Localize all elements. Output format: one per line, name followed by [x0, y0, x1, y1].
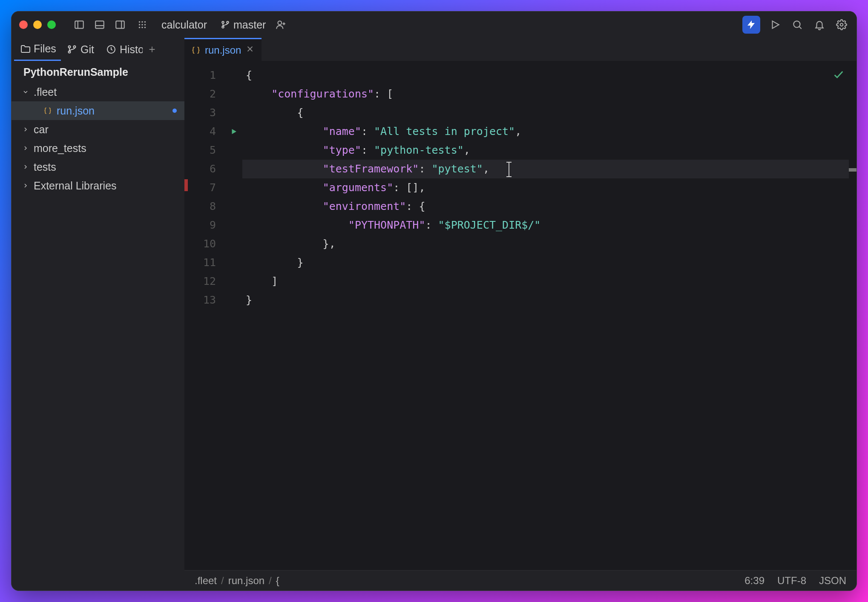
- settings-button[interactable]: [834, 17, 849, 32]
- svg-point-25: [69, 46, 71, 48]
- branch-selector[interactable]: master: [221, 19, 266, 31]
- folder-icon: [20, 44, 30, 54]
- sidebar-tab-files[interactable]: Files: [14, 38, 61, 61]
- svg-point-7: [141, 21, 143, 23]
- svg-rect-4: [116, 21, 124, 28]
- plus-icon: [147, 45, 157, 54]
- svg-point-13: [141, 27, 143, 28]
- project-root[interactable]: PythonRerunSample: [11, 61, 184, 83]
- run-button[interactable]: [768, 17, 782, 32]
- chevron-right-icon: [22, 182, 29, 189]
- chevron-down-icon: [22, 89, 29, 95]
- svg-point-17: [227, 21, 229, 23]
- tree-item-car[interactable]: car: [11, 120, 184, 139]
- braces-icon: [43, 106, 52, 115]
- svg-point-18: [278, 21, 282, 25]
- minimap[interactable]: [849, 61, 857, 570]
- left-panel-toggle[interactable]: [72, 17, 86, 32]
- minimize-window-button[interactable]: [33, 20, 42, 29]
- titlebar: calculator master: [11, 11, 857, 38]
- svg-rect-0: [75, 21, 83, 28]
- editor-tabs: run.json: [184, 38, 857, 61]
- sidebar-tab-history[interactable]: History: [100, 38, 143, 61]
- svg-point-15: [222, 21, 224, 23]
- svg-point-9: [139, 24, 140, 25]
- ai-assistant-button[interactable]: [742, 16, 760, 34]
- code-editor[interactable]: 12345678910111213 { "configurations": [ …: [184, 61, 857, 570]
- breadcrumb[interactable]: .fleet/run.json/{: [195, 575, 279, 587]
- maximize-window-button[interactable]: [47, 20, 56, 29]
- svg-point-11: [144, 24, 146, 25]
- svg-rect-2: [95, 21, 104, 28]
- tree-item-tests[interactable]: tests: [11, 158, 184, 176]
- close-icon: [245, 44, 255, 54]
- search-icon: [792, 19, 803, 30]
- search-button[interactable]: [790, 17, 805, 32]
- minimap-marker: [849, 168, 857, 172]
- bottom-panel-toggle[interactable]: [92, 17, 107, 32]
- svg-point-8: [144, 21, 146, 23]
- branch-name: master: [233, 19, 266, 31]
- line-gutter: 12345678910111213: [184, 61, 225, 570]
- svg-point-6: [139, 21, 140, 23]
- file-tree: .fleetrun.jsoncarmore_teststestsExternal…: [11, 83, 184, 570]
- sidebar-tab-git[interactable]: Git: [61, 38, 100, 61]
- svg-point-14: [144, 27, 146, 28]
- statusbar: .fleet/run.json/{ 6:39 UTF-8 JSON: [184, 570, 857, 591]
- close-window-button[interactable]: [19, 20, 28, 29]
- panel-toggles: [72, 17, 127, 32]
- tree-item-more_tests[interactable]: more_tests: [11, 139, 184, 158]
- braces-icon: [191, 46, 201, 55]
- tree-item-External-Libraries[interactable]: External Libraries: [11, 176, 184, 195]
- chevron-right-icon: [22, 163, 29, 170]
- svg-point-27: [74, 46, 76, 48]
- play-icon: [770, 19, 781, 30]
- project-name[interactable]: calculator: [161, 19, 207, 31]
- run-gutter: [225, 61, 242, 570]
- error-marker: [184, 179, 188, 191]
- git-branch-icon: [67, 44, 77, 54]
- body: Files Git History PythonRerunSample .fle…: [11, 38, 857, 570]
- close-tab-button[interactable]: [245, 44, 255, 56]
- svg-line-23: [799, 26, 801, 29]
- gear-icon: [836, 19, 847, 30]
- code-content[interactable]: { "configurations": [ { "name": "All tes…: [242, 61, 849, 570]
- sidebar-add-tab-button[interactable]: [143, 45, 161, 54]
- grid-menu-button[interactable]: [135, 17, 149, 32]
- run-line-icon[interactable]: [230, 128, 238, 135]
- notifications-button[interactable]: [812, 17, 827, 32]
- cursor-position[interactable]: 6:39: [744, 575, 765, 587]
- tree-item-run-json[interactable]: run.json: [11, 101, 184, 120]
- chevron-right-icon: [22, 126, 29, 133]
- svg-point-12: [139, 27, 140, 28]
- lightning-icon: [746, 20, 756, 30]
- git-branch-icon: [221, 20, 230, 29]
- svg-point-24: [840, 23, 843, 26]
- svg-point-10: [141, 24, 143, 25]
- add-collaborator-button[interactable]: [273, 17, 288, 32]
- check-icon: [833, 69, 845, 80]
- inspection-ok-icon[interactable]: [833, 68, 845, 86]
- bell-icon: [814, 19, 825, 30]
- chevron-right-icon: [22, 145, 29, 152]
- file-encoding[interactable]: UTF-8: [777, 575, 806, 587]
- traffic-lights: [19, 20, 56, 29]
- editor-tab-label: run.json: [205, 44, 241, 56]
- app-window: calculator master: [11, 11, 857, 591]
- svg-point-22: [793, 21, 800, 27]
- right-panel-toggle[interactable]: [113, 17, 127, 32]
- editor-area: run.json 12345678910111213 { "configurat…: [184, 38, 857, 570]
- sidebar: Files Git History PythonRerunSample .fle…: [11, 38, 184, 570]
- sidebar-tabs: Files Git History: [11, 38, 184, 61]
- tree-item--fleet[interactable]: .fleet: [11, 83, 184, 101]
- history-icon: [106, 44, 116, 54]
- svg-marker-33: [232, 129, 237, 134]
- file-language[interactable]: JSON: [819, 575, 846, 587]
- editor-tab-run-json[interactable]: run.json: [184, 38, 262, 61]
- svg-marker-21: [773, 21, 779, 28]
- text-cursor: [509, 163, 509, 176]
